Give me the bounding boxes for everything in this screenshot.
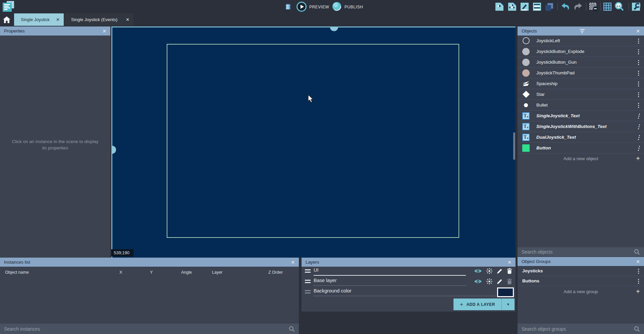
undo-icon[interactable] [560,2,571,12]
tab-close-icon[interactable]: ✕ [121,17,129,22]
close-icon[interactable]: ✕ [507,260,512,265]
text-object-icon: Tx [522,122,530,131]
add-group-button[interactable]: Add a new group + [518,287,644,296]
object-row[interactable]: JoystickThumbPad ⋮ [518,68,644,78]
add-layer-dropdown[interactable]: ▼ [501,298,515,310]
object-row[interactable]: Tx SingleJoystick_Text ⋮ [518,111,644,121]
object-name: DualJoystick_Text [536,135,576,140]
object-name: JoystickLeft [536,38,560,43]
layer-effects-icon[interactable] [486,278,493,285]
object-name: JoystickButton_Gun [536,60,577,65]
tab-single-joystick[interactable]: Single Joystick ✕ [14,13,64,26]
object-group-row[interactable]: Joysticks ⋮ [518,266,644,276]
group-name: Joysticks [522,268,543,273]
properties-panel: Properties ✕ Click on an instance in the… [0,26,110,258]
object-row[interactable]: Spaceship ⋮ [518,78,644,89]
tab-single-joystick-events[interactable]: Single Joystick (Events) ✕ [64,13,133,26]
layer-name-field[interactable]: Base layer [314,278,466,286]
scene-canvas[interactable]: 539;190 [111,26,516,258]
object-name: SingleJoystickWithButtons_Text [536,124,606,129]
app-logo-icon[interactable] [3,1,15,13]
open-instances-list-icon[interactable] [532,2,542,12]
object-menu-icon[interactable]: ⋮ [636,145,641,151]
delete-trash-icon[interactable] [507,268,512,274]
group-menu-icon[interactable]: ⋮ [636,278,641,284]
object-menu-icon[interactable]: ⋮ [636,38,641,44]
column-x: X [119,270,122,275]
edit-pencil-icon[interactable] [497,268,503,274]
preview-play-icon[interactable] [297,2,307,12]
object-row[interactable]: Tx SingleJoystickWithButtons_Text ⋮ [518,121,644,132]
open-objects-editor-icon[interactable] [494,2,504,12]
object-menu-icon[interactable]: ⋮ [636,124,641,129]
zoom-original-icon[interactable]: 1:1 [614,2,624,12]
background-color-row[interactable]: Background color [302,287,516,297]
open-properties-panel-icon[interactable] [520,2,530,12]
layer-name-field[interactable]: UI [314,267,466,276]
preview-button[interactable]: PREVIEW [309,5,329,9]
layer-row-ui[interactable]: UI [302,266,516,277]
splitter-handle-top[interactable] [330,27,338,31]
close-icon[interactable]: ✕ [102,28,106,34]
object-menu-icon[interactable]: ⋮ [636,81,641,86]
object-menu-icon[interactable]: ⋮ [636,59,641,65]
object-menu-icon[interactable]: ⋮ [636,102,641,108]
text-object-icon: Tx [522,112,530,120]
drag-handle-icon[interactable] [305,280,311,284]
object-row[interactable]: Bullet ⋮ [518,100,644,111]
add-object-button[interactable]: Add a new object + [518,153,644,163]
toolbar-divider [586,3,586,11]
publish-button[interactable]: PUBLISH [344,5,363,9]
layer-row-base[interactable]: Base layer [302,277,516,287]
visibility-eye-icon[interactable] [474,268,482,274]
delete-selection-icon[interactable] [588,2,598,12]
object-row[interactable]: Tx DualJoystick_Text ⋮ [518,132,644,143]
drag-handle-icon[interactable] [305,269,311,273]
object-name: Bullet [536,103,548,108]
object-row[interactable]: JoystickButton_Gun ⋮ [518,57,644,68]
sprite-circle-icon [522,58,530,67]
scene-properties-wrench-icon[interactable] [631,2,641,12]
object-menu-icon[interactable]: ⋮ [636,134,641,140]
redo-icon[interactable] [573,2,583,12]
grid-icon[interactable] [602,2,612,12]
edit-pencil-icon[interactable] [497,278,503,284]
search-objects-input[interactable] [522,249,634,255]
search-instances-input[interactable] [4,326,289,332]
object-row[interactable]: JoystickButton_Explode ⋮ [518,46,644,57]
splitter-handle-left[interactable] [112,146,116,154]
close-icon[interactable]: ✕ [636,259,640,264]
search-instances-field[interactable] [0,324,299,334]
close-icon[interactable]: ✕ [636,28,640,34]
object-menu-icon[interactable]: ⋮ [636,70,641,76]
object-menu-icon[interactable]: ⋮ [636,49,641,54]
editor-tab-bar: Single Joystick ✕ Single Joystick (Event… [0,13,644,26]
tab-close-icon[interactable]: ✕ [51,17,60,22]
group-menu-icon[interactable]: ⋮ [636,268,641,274]
close-icon[interactable]: ✕ [291,260,295,265]
publish-globe-icon[interactable] [332,2,341,12]
background-color-swatch[interactable] [497,287,514,297]
debugger-chip-icon[interactable] [284,2,292,12]
open-object-groups-editor-icon[interactable] [507,2,517,12]
column-angle: Angle [181,270,192,275]
search-object-groups-field[interactable] [518,324,644,334]
object-row[interactable]: Star ⋮ [518,89,644,100]
scene-window-frame [167,44,459,238]
search-objects-field[interactable] [518,247,644,256]
open-layers-editor-icon[interactable] [544,2,554,12]
object-menu-icon[interactable]: ⋮ [636,91,641,97]
visibility-eye-icon[interactable] [474,279,482,284]
object-row[interactable]: Button ⋮ [518,143,644,153]
text-object-icon: Tx [522,133,530,142]
object-group-row[interactable]: Buttons ⋮ [518,276,644,286]
filter-icon[interactable] [580,29,585,33]
add-layer-button[interactable]: + ADD A LAYER ▼ [453,298,515,310]
object-menu-icon[interactable]: ⋮ [636,113,641,119]
object-row[interactable]: JoystickLeft ⋮ [518,36,644,46]
search-object-groups-input[interactable] [522,326,634,332]
toolbar-divider [557,3,558,11]
home-tab[interactable] [0,13,13,26]
layer-effects-icon[interactable] [486,268,493,274]
canvas-scrollbar[interactable] [513,132,515,160]
